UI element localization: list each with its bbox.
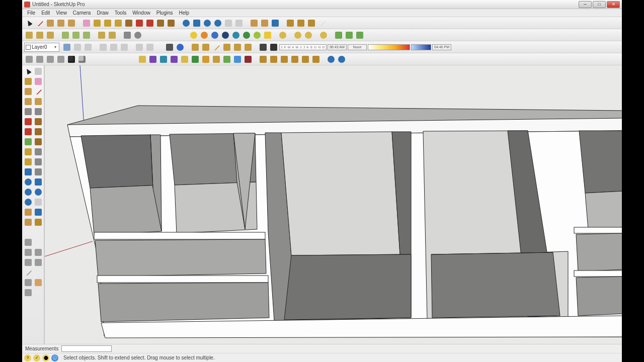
walk2-icon[interactable]: [33, 207, 43, 217]
cube-dark-icon[interactable]: [66, 54, 76, 64]
line2-icon[interactable]: [33, 86, 43, 96]
paint-bucket-icon[interactable]: [103, 18, 113, 28]
sphere-yellow-icon[interactable]: [189, 30, 199, 40]
menu-tools[interactable]: Tools: [112, 10, 129, 16]
style1-icon[interactable]: [258, 42, 268, 52]
eraser2-icon[interactable]: [33, 76, 43, 86]
sandbox-f-icon[interactable]: [190, 54, 200, 64]
plugin-a-icon[interactable]: [334, 30, 344, 40]
shadow-toggle-icon[interactable]: [165, 42, 175, 52]
arc2-icon[interactable]: [33, 97, 43, 106]
save-icon[interactable]: [45, 30, 55, 40]
outliner-icon[interactable]: [317, 18, 327, 28]
sphere-orange-icon[interactable]: [199, 30, 209, 40]
lookaround-icon[interactable]: [23, 217, 33, 227]
position-camera-icon[interactable]: [249, 18, 259, 28]
comp-c-icon[interactable]: [45, 54, 55, 64]
sandbox2-icon[interactable]: [23, 278, 33, 287]
cube-light-icon[interactable]: [77, 54, 87, 64]
zoom-icon[interactable]: [202, 18, 212, 28]
menu-help[interactable]: Help: [176, 10, 193, 16]
solid-d-icon[interactable]: [290, 54, 300, 64]
right-icon[interactable]: [109, 42, 119, 52]
freehand-icon[interactable]: [33, 107, 43, 116]
menu-draw[interactable]: Draw: [94, 10, 111, 16]
zoom2-icon[interactable]: [23, 187, 33, 197]
prev-view-icon[interactable]: [223, 18, 233, 28]
dimension-icon[interactable]: [33, 147, 43, 156]
move2-icon[interactable]: [23, 117, 33, 126]
section-icon[interactable]: [33, 217, 43, 227]
menu-edit[interactable]: Edit: [38, 10, 53, 16]
tape-measure-icon[interactable]: [92, 18, 102, 28]
menu-view[interactable]: View: [53, 10, 70, 16]
back-icon[interactable]: [83, 42, 93, 52]
eraser-icon[interactable]: [82, 18, 92, 28]
share-icon[interactable]: [23, 247, 33, 257]
close-button[interactable]: ✕: [607, 1, 620, 8]
comp-a-icon[interactable]: [24, 54, 34, 64]
solid-a-icon[interactable]: [258, 54, 268, 64]
sandbox-k-icon[interactable]: [243, 54, 253, 64]
scale-icon[interactable]: [23, 137, 33, 146]
outliner2-icon[interactable]: [23, 267, 33, 277]
sandbox-e-icon[interactable]: [180, 54, 190, 64]
stamp-icon[interactable]: [33, 278, 43, 287]
menu-plugins[interactable]: Plugins: [153, 10, 176, 16]
sandbox-j-icon[interactable]: [232, 54, 243, 64]
menu-window[interactable]: Window: [129, 10, 153, 16]
wireframe-icon[interactable]: [201, 42, 211, 52]
solid-f-icon[interactable]: [311, 54, 321, 64]
match-icon[interactable]: [33, 257, 43, 267]
tape-icon[interactable]: [23, 147, 33, 156]
solid-e-icon[interactable]: [300, 54, 310, 64]
bottom-icon[interactable]: [134, 42, 144, 52]
upload-icon[interactable]: [33, 247, 43, 257]
bulb-icon[interactable]: [263, 30, 273, 40]
sandbox-c-icon[interactable]: [158, 54, 169, 64]
layers-icon[interactable]: [306, 18, 316, 28]
dot3-icon[interactable]: [303, 30, 313, 40]
dot4-icon[interactable]: [318, 30, 329, 40]
sandbox-i-icon[interactable]: [222, 54, 232, 64]
comp-b-icon[interactable]: [35, 54, 45, 64]
drape-icon[interactable]: [23, 288, 33, 297]
offset-icon[interactable]: [166, 18, 176, 28]
menu-file[interactable]: File: [24, 10, 38, 16]
move-icon[interactable]: [134, 18, 144, 28]
cut-icon[interactable]: [60, 30, 70, 40]
layer-visible-checkbox[interactable]: [26, 45, 31, 50]
shadow-time-slider[interactable]: [368, 44, 410, 50]
perspective-icon[interactable]: [145, 42, 155, 52]
copy-icon[interactable]: [71, 30, 81, 40]
select-arrow-icon[interactable]: [24, 18, 34, 28]
layer-dropdown-icon[interactable]: ▾: [53, 45, 58, 50]
info-icon[interactable]: [337, 54, 347, 64]
shaded-tex-icon[interactable]: [232, 42, 243, 52]
paint-icon[interactable]: [23, 76, 33, 86]
look-around-icon[interactable]: [260, 18, 270, 28]
top-icon[interactable]: [119, 42, 129, 52]
orbit2-icon[interactable]: [23, 177, 33, 187]
print-icon[interactable]: [122, 30, 132, 40]
measurements-input[interactable]: [61, 345, 112, 352]
sphere-green-icon[interactable]: [242, 30, 252, 40]
protractor2-icon[interactable]: [23, 157, 33, 166]
select-icon[interactable]: [23, 66, 33, 76]
shaded-icon[interactable]: [222, 42, 232, 52]
hidden-line-icon[interactable]: [211, 42, 221, 52]
sandbox-g-icon[interactable]: [201, 54, 211, 64]
redo-icon[interactable]: [107, 30, 117, 40]
sandbox-h-icon[interactable]: [211, 54, 221, 64]
pushpull2-icon[interactable]: [33, 117, 43, 126]
previous-icon[interactable]: [33, 197, 43, 207]
fog-icon[interactable]: [175, 42, 185, 52]
geo-toggle-2[interactable]: ⬤: [42, 354, 49, 361]
pan-icon[interactable]: [192, 18, 202, 28]
push-pull-icon[interactable]: [124, 18, 134, 28]
comp-d-icon[interactable]: [56, 54, 66, 64]
undo-icon[interactable]: [97, 30, 107, 40]
style2-icon[interactable]: [269, 42, 279, 52]
open-icon[interactable]: [35, 30, 45, 40]
zoomwin-icon[interactable]: [33, 187, 43, 197]
